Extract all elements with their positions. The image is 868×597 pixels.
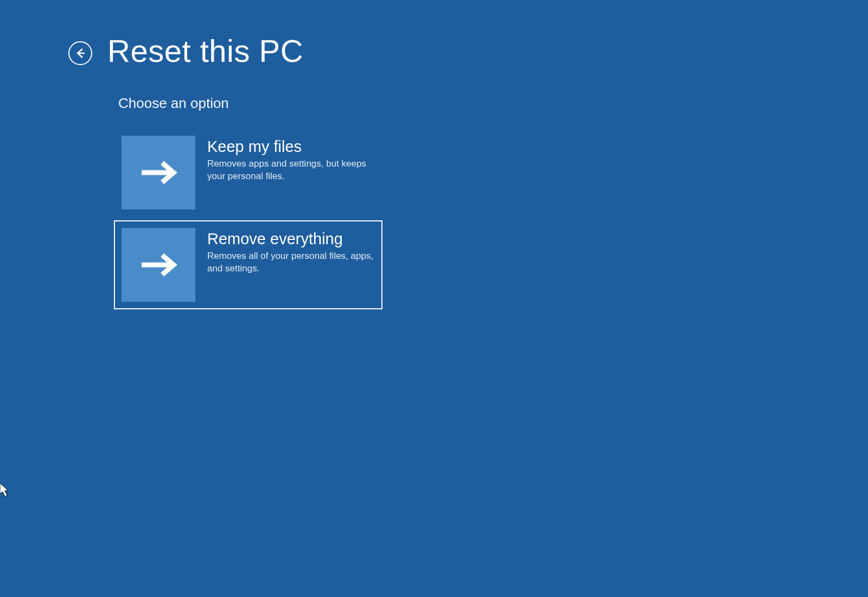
page-header: Reset this PC (0, 0, 868, 69)
mouse-cursor-icon (0, 483, 11, 498)
options-list: Keep my files Removes apps and settings,… (0, 128, 868, 309)
back-button[interactable] (68, 41, 92, 65)
option-text: Keep my files Removes apps and settings,… (207, 136, 375, 183)
subtitle: Choose an option (0, 95, 868, 112)
option-title: Keep my files (207, 138, 375, 156)
option-keep-my-files[interactable]: Keep my files Removes apps and settings,… (114, 128, 382, 217)
option-description: Removes apps and settings, but keeps you… (207, 158, 375, 183)
back-arrow-icon (74, 47, 87, 60)
option-description: Removes all of your personal files, apps… (207, 250, 375, 275)
option-title: Remove everything (207, 230, 375, 248)
option-text: Remove everything Removes all of your pe… (207, 228, 375, 275)
option-remove-everything[interactable]: Remove everything Removes all of your pe… (114, 220, 382, 309)
page-title: Reset this PC (107, 33, 303, 69)
arrow-right-icon (122, 136, 195, 209)
arrow-right-icon (122, 228, 195, 302)
